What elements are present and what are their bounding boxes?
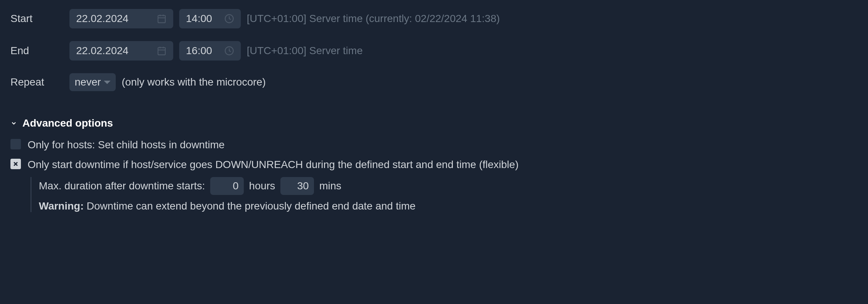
start-date-input[interactable]: 22.02.2024: [69, 9, 173, 28]
calendar-icon: [157, 46, 167, 56]
svg-rect-5: [158, 47, 165, 55]
flexible-checkbox[interactable]: [10, 159, 21, 169]
start-row: Start 22.02.2024 14:00 [UTC+01:00] Serve…: [10, 9, 858, 28]
repeat-row: Repeat never (only works with the microc…: [10, 73, 858, 91]
child-hosts-checkbox[interactable]: [10, 139, 21, 149]
advanced-section: Advanced options Only for hosts: Set chi…: [10, 117, 858, 212]
duration-row: Max. duration after downtime starts: 0 h…: [39, 177, 858, 195]
repeat-note: (only works with the microcore): [122, 76, 266, 88]
end-row: End 22.02.2024 16:00 [UTC+01:00] Server …: [10, 41, 858, 61]
start-label: Start: [10, 13, 63, 25]
calendar-icon: [157, 14, 167, 24]
child-hosts-label: Only for hosts: Set child hosts in downt…: [28, 137, 225, 152]
clock-icon: [224, 14, 234, 24]
end-time-value: 16:00: [186, 45, 212, 57]
repeat-value: never: [75, 76, 101, 88]
warning-text: Downtime can extend beyond the previousl…: [84, 200, 416, 212]
start-time-value: 14:00: [186, 13, 212, 25]
clock-icon: [224, 46, 234, 56]
end-label: End: [10, 45, 63, 57]
flexible-row: Only start downtime if host/service goes…: [10, 157, 858, 172]
duration-mins-input[interactable]: 30: [280, 177, 314, 195]
end-help-text: [UTC+01:00] Server time: [247, 45, 363, 57]
flexible-sub-section: Max. duration after downtime starts: 0 h…: [31, 177, 858, 212]
start-date-value: 22.02.2024: [76, 13, 128, 25]
duration-hours-input[interactable]: 0: [210, 177, 244, 195]
flexible-label: Only start downtime if host/service goes…: [28, 157, 519, 172]
start-time-input[interactable]: 14:00: [179, 9, 241, 28]
repeat-label: Repeat: [10, 76, 63, 88]
chevron-down-icon: [10, 120, 17, 127]
child-hosts-row: Only for hosts: Set child hosts in downt…: [10, 137, 858, 152]
hours-unit: hours: [249, 180, 275, 192]
end-date-value: 22.02.2024: [76, 45, 128, 57]
end-date-input[interactable]: 22.02.2024: [69, 41, 173, 61]
mins-unit: mins: [319, 180, 341, 192]
repeat-select[interactable]: never: [69, 73, 116, 91]
warning-row: Warning: Downtime can extend beyond the …: [39, 200, 858, 212]
advanced-toggle[interactable]: Advanced options: [10, 117, 858, 129]
advanced-title: Advanced options: [22, 117, 113, 129]
end-time-input[interactable]: 16:00: [179, 41, 241, 61]
start-help-text: [UTC+01:00] Server time (currently: 02/2…: [247, 13, 500, 25]
duration-label: Max. duration after downtime starts:: [39, 180, 205, 192]
warning-label: Warning:: [39, 200, 84, 212]
dropdown-arrow-icon: [104, 81, 111, 84]
svg-rect-0: [158, 15, 165, 23]
